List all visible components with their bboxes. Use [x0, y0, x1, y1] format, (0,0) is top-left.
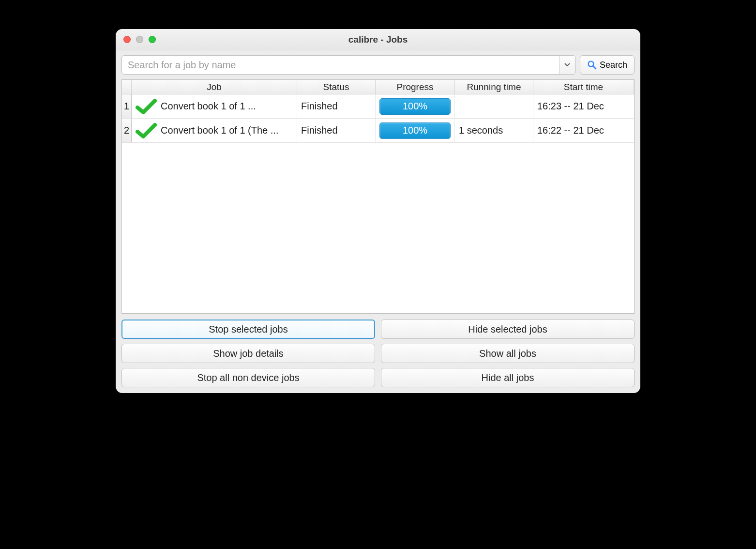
hide-selected-button[interactable]: Hide selected jobs [381, 320, 635, 339]
col-progress[interactable]: Progress [376, 80, 455, 94]
table-row[interactable]: 1 Convert book 1 of 1 ... Finished 100% … [122, 94, 634, 119]
search-input[interactable] [122, 56, 559, 74]
col-start[interactable]: Start time [533, 80, 634, 94]
cell-status: Finished [297, 119, 376, 142]
stop-selected-button[interactable]: Stop selected jobs [121, 320, 375, 339]
checkmark-icon [136, 98, 157, 115]
hide-all-button[interactable]: Hide all jobs [381, 368, 635, 387]
cell-status: Finished [297, 94, 376, 118]
col-rownum[interactable] [122, 80, 132, 94]
cell-running [455, 94, 533, 118]
search-row: Search [121, 55, 635, 75]
progress-value: 100% [403, 101, 427, 112]
chevron-down-icon [564, 63, 570, 67]
zoom-icon[interactable] [149, 36, 156, 43]
close-icon[interactable] [123, 36, 131, 43]
cell-start: 16:22 -- 21 Dec [533, 119, 634, 142]
cell-start: 16:23 -- 21 Dec [533, 94, 634, 118]
titlebar: calibre - Jobs [116, 29, 640, 50]
row-number: 1 [122, 94, 132, 118]
stop-non-device-button[interactable]: Stop all non device jobs [121, 368, 375, 387]
window-title: calibre - Jobs [116, 34, 640, 45]
search-button-label: Search [600, 60, 627, 70]
search-button[interactable]: Search [580, 55, 635, 75]
action-buttons: Stop selected jobs Hide selected jobs Sh… [121, 320, 635, 387]
cell-running: 1 seconds [455, 119, 533, 142]
search-field-wrap [121, 55, 576, 75]
table-row[interactable]: 2 Convert book 1 of 1 (The ... Finished … [122, 119, 634, 143]
content: Search Job Status Progress Running time … [116, 50, 640, 393]
job-name: Convert book 1 of 1 (The ... [161, 125, 278, 136]
show-all-button[interactable]: Show all jobs [381, 344, 635, 363]
minimize-icon[interactable] [136, 36, 143, 43]
show-details-button[interactable]: Show job details [121, 344, 375, 363]
progress-bar: 100% [379, 122, 451, 139]
cell-job: Convert book 1 of 1 (The ... [132, 119, 297, 142]
checkmark-icon [136, 122, 157, 139]
jobs-table: Job Status Progress Running time Start t… [121, 79, 635, 314]
search-history-dropdown[interactable] [559, 56, 575, 74]
table-header: Job Status Progress Running time Start t… [122, 80, 634, 94]
col-status[interactable]: Status [297, 80, 376, 94]
svg-line-1 [593, 66, 596, 69]
cell-progress: 100% [376, 119, 455, 142]
row-number: 2 [122, 119, 132, 142]
progress-value: 100% [403, 125, 427, 136]
col-job[interactable]: Job [132, 80, 297, 94]
progress-bar: 100% [379, 98, 451, 115]
search-icon [587, 60, 597, 70]
col-running[interactable]: Running time [455, 80, 533, 94]
job-name: Convert book 1 of 1 ... [161, 101, 256, 112]
window-controls [116, 36, 156, 43]
cell-job: Convert book 1 of 1 ... [132, 94, 297, 118]
table-body: 1 Convert book 1 of 1 ... Finished 100% … [122, 94, 634, 313]
jobs-window: calibre - Jobs Search Job Status Progres… [116, 29, 640, 393]
cell-progress: 100% [376, 94, 455, 118]
